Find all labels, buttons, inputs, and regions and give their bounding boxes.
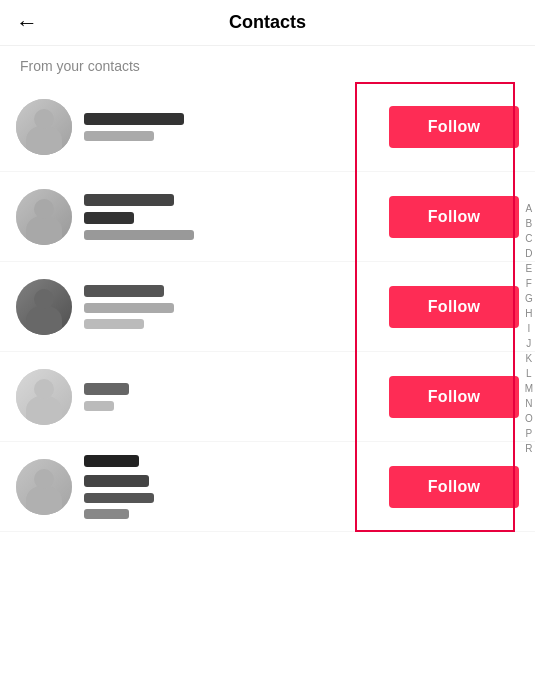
alpha-o[interactable]: O [525,412,533,426]
avatar [16,369,72,425]
sub-bar [84,493,154,503]
alpha-d[interactable]: D [525,247,532,261]
contacts-list: Follow Follow [0,82,535,532]
alphabet-index: A B C D E F G H I J K L M N O P R [525,202,533,456]
name-bar [84,455,139,467]
sub-bar [84,401,114,411]
alpha-a[interactable]: A [525,202,532,216]
alpha-i[interactable]: I [527,322,530,336]
sub-bar2 [84,319,144,329]
sub-bar [84,230,194,240]
alpha-r[interactable]: R [525,442,532,456]
contact-info [72,194,389,240]
list-item: Follow [0,172,535,262]
follow-button[interactable]: Follow [389,196,519,238]
name-bar [84,194,174,206]
alpha-g[interactable]: G [525,292,533,306]
avatar [16,189,72,245]
alpha-n[interactable]: N [525,397,532,411]
contact-info [72,455,389,519]
contacts-section: Follow Follow [0,82,535,532]
alpha-j[interactable]: J [526,337,531,351]
header: ← Contacts From your contacts [0,0,535,82]
list-item: Follow [0,442,535,532]
alpha-c[interactable]: C [525,232,532,246]
alpha-h[interactable]: H [525,307,532,321]
alpha-b[interactable]: B [525,217,532,231]
follow-button[interactable]: Follow [389,106,519,148]
name-bar2 [84,475,149,487]
list-item: Follow [0,82,535,172]
alpha-m[interactable]: M [525,382,533,396]
sub-bar [84,131,154,141]
name-bar [84,113,184,125]
avatar [16,279,72,335]
avatar [16,99,72,155]
sub-bar2 [84,509,129,519]
alpha-e[interactable]: E [525,262,532,276]
alpha-f[interactable]: F [526,277,532,291]
back-button[interactable]: ← [16,10,38,36]
list-item: Follow [0,262,535,352]
follow-button[interactable]: Follow [389,376,519,418]
contact-info [72,113,389,141]
avatar [16,459,72,515]
page-title: Contacts [229,12,306,33]
contact-info [72,285,389,329]
alpha-l[interactable]: L [526,367,532,381]
alpha-k[interactable]: K [525,352,532,366]
follow-button[interactable]: Follow [389,466,519,508]
sub-bar [84,303,174,313]
contact-info [72,383,389,411]
name-bar2 [84,212,134,224]
name-bar [84,285,164,297]
name-bar [84,383,129,395]
alpha-p[interactable]: P [525,427,532,441]
section-label: From your contacts [0,46,535,82]
follow-button[interactable]: Follow [389,286,519,328]
list-item: Follow [0,352,535,442]
